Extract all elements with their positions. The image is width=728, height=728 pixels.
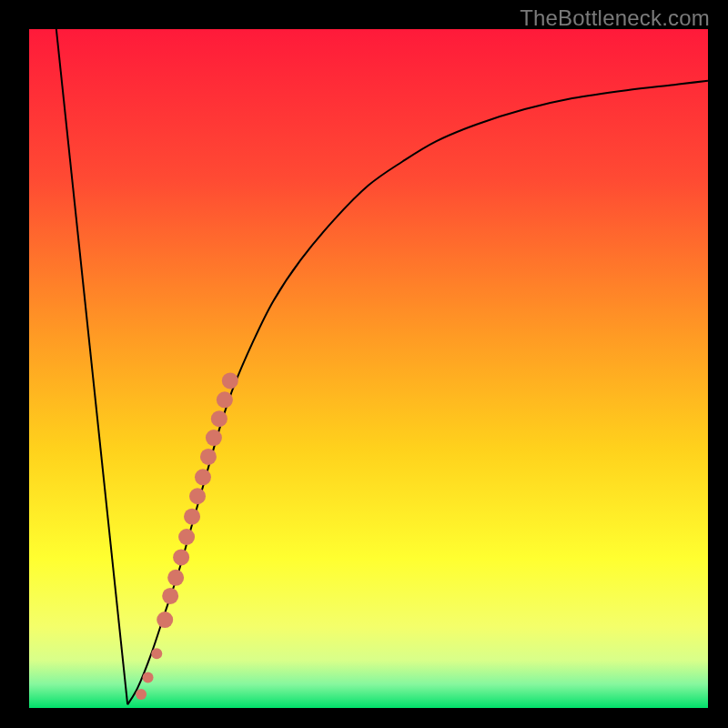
highlight-dot <box>195 469 211 485</box>
highlight-dot <box>217 391 233 408</box>
highlight-dot <box>173 549 189 565</box>
highlight-dot <box>151 648 162 659</box>
highlight-dot <box>157 612 173 628</box>
watermark-text: TheBottleneck.com <box>520 5 710 31</box>
highlight-dot <box>222 372 238 389</box>
highlight-dot <box>206 430 222 446</box>
highlight-dot <box>167 570 184 586</box>
highlight-dot <box>162 588 178 604</box>
highlight-dot <box>178 529 195 545</box>
highlight-dot <box>143 672 154 682</box>
highlight-dot <box>184 509 200 525</box>
chart-frame <box>29 29 708 708</box>
highlight-dot <box>200 449 217 465</box>
heat-background <box>29 29 708 708</box>
highlight-dot <box>189 488 206 504</box>
highlight-dot <box>136 689 147 700</box>
highlight-dot <box>211 410 228 427</box>
bottleneck-chart <box>29 29 708 708</box>
